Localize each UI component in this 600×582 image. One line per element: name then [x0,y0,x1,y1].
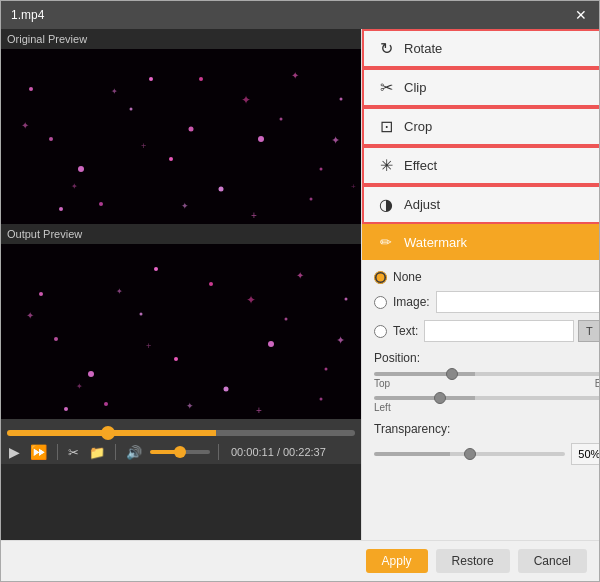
svg-point-16 [189,127,194,132]
svg-text:✦: ✦ [331,134,340,146]
position-h-slider-container: Top Bottom [374,372,599,389]
svg-point-28 [39,292,43,296]
cancel-button[interactable]: Cancel [518,549,587,573]
svg-point-9 [340,98,343,101]
none-radio[interactable] [374,271,387,284]
svg-text:✦: ✦ [21,120,29,131]
none-label[interactable]: None [393,270,422,284]
fast-forward-button[interactable]: ⏩ [28,445,49,459]
tool-clip[interactable]: ✂ Clip [362,68,599,107]
tool-rotate-label: Rotate [404,41,442,56]
svg-text:+: + [141,141,146,151]
svg-point-30 [140,313,143,316]
effect-icon: ✳ [376,156,396,175]
transparency-slider[interactable] [374,452,565,456]
tool-effect-label: Effect [404,158,437,173]
svg-text:✦: ✦ [336,334,345,346]
svg-point-35 [54,337,58,341]
image-label[interactable]: Image: [393,295,430,309]
svg-point-41 [325,368,328,371]
svg-point-12 [280,118,283,121]
window-title: 1.mp4 [11,8,44,22]
svg-point-38 [224,387,229,392]
restore-button[interactable]: Restore [436,549,510,573]
svg-text:✦: ✦ [26,310,34,321]
tool-rotate[interactable]: ↻ Rotate [362,29,599,68]
svg-point-4 [199,77,203,81]
svg-point-6 [310,198,313,201]
divider-3 [218,444,219,460]
svg-point-2 [78,166,84,172]
play-button[interactable]: ▶ [7,445,22,459]
tool-crop[interactable]: ⊡ Crop [362,107,599,146]
text-font-button[interactable]: T [578,320,599,342]
svg-point-37 [104,402,108,406]
text-radio[interactable] [374,325,387,338]
svg-text:+: + [256,405,262,416]
svg-point-15 [59,207,63,211]
image-radio[interactable] [374,296,387,309]
transparency-label: Transparency: [374,422,599,436]
adjust-icon: ◑ [376,195,396,214]
folder-button[interactable]: 📁 [87,446,107,459]
rotate-icon: ↻ [376,39,396,58]
svg-point-1 [29,87,33,91]
controls-bar: ▶ ⏩ ✂ 📁 🔊 00:00:11 / 00:22:37 [1,419,361,464]
text-row: Text: T ⊟ [374,320,599,342]
position-v-slider-container: Left Right [374,396,599,413]
svg-point-31 [209,282,213,286]
volume-button[interactable]: 🔊 [124,446,144,459]
watermark-panel: None Image: 📁 Text: [362,260,599,540]
image-input[interactable] [436,291,599,313]
original-video-bg: ✦ ✦ ✦ ✦ ✦ ✦ ✦ + + + [1,49,361,224]
tool-watermark[interactable]: ✏ Watermark [362,224,599,260]
seek-bar[interactable] [7,430,355,436]
text-input-row: T ⊟ [424,320,599,342]
text-label[interactable]: Text: [393,324,418,338]
svg-point-7 [169,157,173,161]
title-bar: 1.mp4 ✕ [1,1,599,29]
svg-point-8 [49,137,53,141]
image-input-row: 📁 [436,291,599,313]
seek-bar-container[interactable] [7,423,355,441]
time-display: 00:00:11 / 00:22:37 [231,446,326,458]
svg-point-29 [88,371,94,377]
none-row: None [374,270,599,284]
svg-point-34 [174,357,178,361]
main-content: Original Preview [1,29,599,540]
svg-point-3 [130,108,133,111]
svg-point-13 [149,77,153,81]
tool-effect[interactable]: ✳ Effect [362,146,599,185]
transparency-dropdown[interactable]: 50% 25% 75% 100% [571,443,599,465]
tools-list: ↻ Rotate ✂ Clip ⊡ Crop ✳ Effect [362,29,599,260]
svg-point-33 [320,398,323,401]
footer-bar: Apply Restore Cancel [1,540,599,581]
cut-button[interactable]: ✂ [66,446,81,459]
svg-point-32 [268,341,274,347]
main-window: 1.mp4 ✕ Original Preview [0,0,600,582]
total-time: 00:22:37 [283,446,326,458]
svg-rect-0 [1,49,361,224]
svg-point-11 [219,187,224,192]
position-h-slider[interactable] [374,372,599,376]
apply-button[interactable]: Apply [366,549,428,573]
svg-text:✦: ✦ [116,287,123,296]
volume-slider[interactable] [150,450,210,454]
svg-point-5 [258,136,264,142]
svg-text:✦: ✦ [241,93,251,107]
tool-adjust-label: Adjust [404,197,440,212]
divider-1 [57,444,58,460]
tool-adjust[interactable]: ◑ Adjust [362,185,599,224]
transparency-row: 50% 25% 75% 100% [374,443,599,465]
position-v-slider[interactable] [374,396,599,400]
divider-2 [115,444,116,460]
top-label: Top [374,378,390,389]
tool-watermark-label: Watermark [404,235,467,250]
bottom-label: Bottom [595,378,599,389]
svg-text:✦: ✦ [181,201,189,211]
tool-clip-label: Clip [404,80,426,95]
svg-text:✦: ✦ [76,382,83,391]
tool-crop-label: Crop [404,119,432,134]
close-button[interactable]: ✕ [573,8,589,22]
text-input[interactable] [424,320,574,342]
